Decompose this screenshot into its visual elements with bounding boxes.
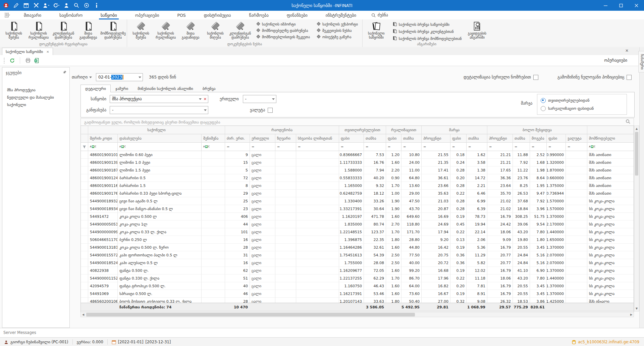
menu-tab-8[interactable]: ფინანსები xyxy=(278,11,317,19)
unit-select[interactable]: - xyxy=(243,95,276,103)
ribbon-button[interactable]: შიდა გადაზიდვა xyxy=(76,20,101,40)
filter-cell[interactable]: = xyxy=(386,143,401,151)
column-header[interactable]: დასახელება xyxy=(118,134,202,143)
serial-detail-option[interactable]: დეტალიზაცია სერიული ნომრებით xyxy=(464,75,538,80)
vertical-scrollbar[interactable]: ▲ ▼ xyxy=(634,126,639,311)
table-row[interactable]: 4860019001391ლიმონი 1.0 პეტი15ცალი1.1173… xyxy=(81,159,634,166)
grid-band-header[interactable]: საქონელი xyxy=(88,126,225,134)
unit-dropdown-icon[interactable] xyxy=(272,98,275,100)
filter-cell[interactable]: = xyxy=(513,143,530,151)
view-tab-1[interactable]: დეტალური xyxy=(80,85,111,92)
table-row[interactable]: 5449000131836კოკა-კოლა 0.500 ლ. ზერო28ცა… xyxy=(81,244,634,251)
column-header[interactable]: ფასი xyxy=(386,134,401,143)
column-header[interactable]: სხვაობა ლიმიტთან xyxy=(296,134,339,143)
filter-cell[interactable]: = xyxy=(296,143,339,151)
table-row[interactable]: 5060466511705ბერნი 0.250 ლ16ცალი1.396875… xyxy=(81,236,634,244)
radio-icon[interactable] xyxy=(541,106,546,111)
ribbon-small-button[interactable]: ობიექტზე გაწერა xyxy=(316,34,359,40)
table-row[interactable]: 5449000189325ცივი ჩაი ატამი 0.5 ლ25ცალი1… xyxy=(81,197,634,205)
refresh-button[interactable] xyxy=(8,56,16,65)
side-vertical-tab[interactable]: ჩანაწერი xyxy=(638,51,644,72)
menu-tab-5[interactable]: POS xyxy=(168,11,195,19)
operations-menu[interactable]: ოპერაციები xyxy=(604,58,627,63)
zero-positions-checkbox[interactable] xyxy=(627,75,632,80)
filter-cell[interactable]: = xyxy=(225,143,250,151)
zero-positions-option[interactable]: გამომიჩინე ნულოვანი პოზიციებიც xyxy=(557,75,632,80)
grid-band-header[interactable]: მარჟა xyxy=(422,126,487,134)
document-tab[interactable]: საქონელი საწყობში ✕ xyxy=(2,48,53,55)
table-row[interactable]: 5449000011527ფანტა 0.330 ლ. ქილა51ცალი1.… xyxy=(81,275,634,282)
export-xlsx-button[interactable] xyxy=(32,56,41,65)
menu-tab-9[interactable]: ინსტრუმენტები xyxy=(317,11,365,19)
ribbon-button[interactable]: საქონლის რეალიზაცია xyxy=(26,20,51,40)
ribbon-small-button[interactable]: საქონლის ბრუნვა კლიენტებთან xyxy=(391,29,463,35)
column-header[interactable]: ვალუტა xyxy=(566,134,587,143)
menu-tab-1[interactable]: მთავარი xyxy=(15,11,50,19)
refresh-dropdown-icon[interactable] xyxy=(53,2,60,9)
table-row[interactable]: 5449000155726კაპი ფორთოხალი პალპი 0.5 ლ3… xyxy=(81,251,634,259)
toolbar-drag-handle[interactable] xyxy=(3,57,5,63)
ribbon-small-button[interactable]: მომწოდებელზე დაბრუნება xyxy=(255,28,311,33)
table-row[interactable]: 5449000189349ცივი ჩაი მანგო-ანანასი 0.5 … xyxy=(81,205,634,213)
ribbon-small-button[interactable]: მომწოდებლისთვის შეკვეთა xyxy=(255,34,311,40)
menu-tab-6[interactable]: დისტრიბუცია xyxy=(195,11,240,19)
filter-funnel-icon[interactable] xyxy=(81,143,88,151)
date-input[interactable]: 02-01-2023 xyxy=(96,73,143,81)
ribbon-button[interactable]: საქონლის რეალიზაცია xyxy=(153,20,178,40)
column-header[interactable]: ზღვარი xyxy=(275,134,296,143)
pin-icon[interactable] xyxy=(62,70,67,76)
column-header[interactable]: შენიშვნა xyxy=(202,134,225,143)
ribbon-small-button[interactable]: შეკვეთების ნუსხა xyxy=(316,28,359,33)
group-by-bar[interactable]: გადმოიტანეთ ველი, რომლის მიხედვითაც გსურ… xyxy=(80,118,634,126)
table-row[interactable]: 4860019001162ბარბარისი 1.58ცალი1.1650009… xyxy=(81,182,634,190)
scroll-right-icon[interactable]: ▶ xyxy=(629,312,634,317)
filter-cell[interactable]: = xyxy=(401,143,422,151)
person-icon[interactable] xyxy=(63,2,70,9)
view-tab-4[interactable]: ბრუნვა xyxy=(198,85,220,92)
table-row[interactable]: 5449000050533კოკა-კოლა 1ლ44ცალი1.8350008… xyxy=(81,220,634,228)
tree-item-3[interactable]: საქონელი xyxy=(2,101,69,108)
column-header[interactable]: მომწოდებელი xyxy=(587,134,634,143)
horizontal-scroll-thumb[interactable] xyxy=(86,313,415,316)
filter-cell[interactable]: = xyxy=(566,143,587,151)
warehouse-select[interactable]: მზა პროდუქცია ✕ xyxy=(110,95,208,103)
vertical-scroll-thumb[interactable] xyxy=(635,132,638,176)
ribbon-button[interactable]: კლიენტისგან დაბრუნება xyxy=(228,20,253,40)
filter-cell[interactable]: = xyxy=(487,143,513,151)
scroll-left-icon[interactable]: ◀ xyxy=(81,312,86,317)
filter-cell[interactable]: = xyxy=(275,143,296,151)
calendar-icon[interactable]: 7 xyxy=(23,2,30,9)
column-header[interactable]: მოგება xyxy=(530,134,547,143)
table-row[interactable]: 42094579ფანტა ტროპიკი 0.500 ლ.40ცალი1.16… xyxy=(81,282,634,290)
table-row[interactable]: 54491069სპრაიტი 0.500 ლ.46ცალი1.16217391… xyxy=(81,290,634,298)
filter-cell[interactable]: ABC xyxy=(587,143,634,151)
filter-cell[interactable]: ABC xyxy=(202,143,225,151)
column-header[interactable]: ძირ. ერთ. xyxy=(225,134,250,143)
table-row[interactable]: 4860019001766ბარბარისი 0.33 პეტი სპორტ-ც… xyxy=(81,190,634,197)
ribbon-small-button[interactable]: საქონლის ბრუნვა მომწოდებლებთან xyxy=(391,36,463,42)
column-header[interactable]: თანხა xyxy=(467,134,487,143)
ribbon-button[interactable]: შიდა გადაზიდვა xyxy=(178,20,203,40)
menu-search[interactable]: ძებნა xyxy=(365,11,394,19)
margin-option-sale[interactable]: სარეალიზაციო ფასიდან xyxy=(541,106,623,111)
table-row[interactable]: 5449000000996კოკა-კოლა 0.33 ლ. ქილა101ცა… xyxy=(81,228,634,236)
info-icon[interactable] xyxy=(93,2,100,9)
menu-tab-4[interactable]: ოპერაციები xyxy=(126,11,168,19)
horizontal-scrollbar[interactable]: ◀ ▶ xyxy=(80,312,634,317)
date-filter-label[interactable]: თარიღი xyxy=(72,75,88,80)
chevron-down-icon[interactable] xyxy=(89,77,92,78)
maximize-button[interactable] xyxy=(613,0,629,11)
filter-cell[interactable]: = xyxy=(422,143,450,151)
minimize-button[interactable] xyxy=(598,0,613,11)
column-header[interactable]: თანხა xyxy=(513,134,530,143)
table-row[interactable]: 4860019001018ლიმონი 0.60 პეტი9ცალი0.8366… xyxy=(81,151,634,159)
grid-band-header[interactable]: რაოდენობა xyxy=(225,126,339,134)
ribbon-small-button[interactable]: საქონლის ბრუნვა საწყობებში xyxy=(391,21,463,28)
view-tab-3[interactable]: მინუსიანი საქონლის ანალიზი xyxy=(133,85,198,92)
warehouse-clear-icon[interactable]: ✕ xyxy=(204,97,207,101)
tree-item-2[interactable]: ნედლეული და მასალები xyxy=(2,94,69,101)
column-header[interactable]: შტრიხ-კოდი xyxy=(88,134,118,143)
menu-tab-7[interactable]: წარმოება xyxy=(240,11,277,19)
filter-cell[interactable]: ABC xyxy=(118,143,202,151)
server-messages-panel[interactable]: Server Messages xyxy=(0,328,644,338)
